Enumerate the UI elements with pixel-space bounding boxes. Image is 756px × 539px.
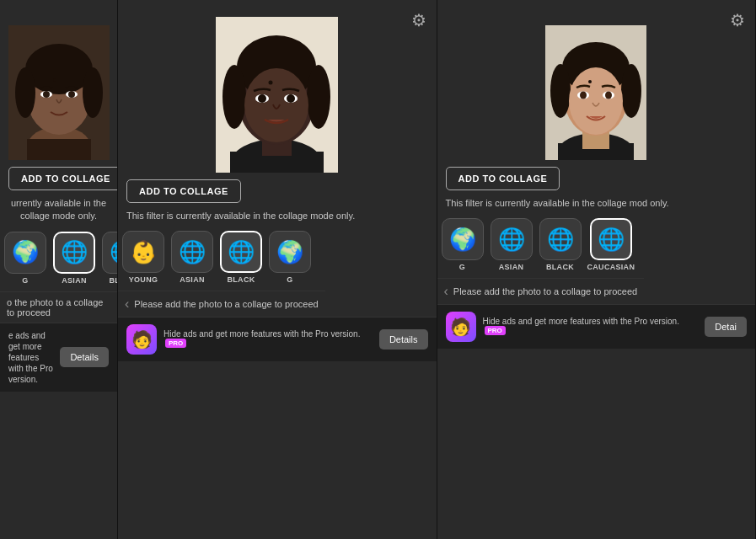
filter-text-3: This filter is currently available in th… bbox=[437, 197, 678, 218]
filter-item-caucasian-3[interactable]: 🌐 CAUCASIAN bbox=[587, 218, 635, 271]
filter-item-g-1[interactable]: 🌍 G bbox=[3, 232, 47, 285]
add-to-collage-btn-2[interactable]: ADD TO COLLAGE bbox=[126, 179, 241, 203]
svg-point-33 bbox=[550, 64, 571, 118]
svg-point-11 bbox=[68, 91, 75, 98]
svg-point-21 bbox=[244, 68, 308, 142]
svg-point-38 bbox=[580, 92, 587, 99]
details-btn-2[interactable]: Details bbox=[379, 329, 428, 350]
bottom-bar-2: 🧑 Hide ads and get more features with th… bbox=[118, 317, 437, 361]
proceed-text-1: o the photo to a collage to proceed bbox=[7, 297, 110, 318]
gear-icon-container-2: ⚙ bbox=[411, 10, 426, 30]
filter-item-young-2[interactable]: 👶 YOUNG bbox=[121, 231, 165, 284]
phone-panel-2: ⚙ bbox=[118, 0, 437, 539]
chevron-left-icon-3[interactable]: ‹ bbox=[444, 284, 448, 299]
bottom-bar-1: e ads and get more features with the Pro… bbox=[0, 323, 117, 392]
svg-point-39 bbox=[605, 92, 612, 99]
face-image-2 bbox=[216, 17, 338, 173]
pro-badge-3: PRO bbox=[485, 326, 506, 335]
proceed-text-2: Please add the photo to a collage to pro… bbox=[134, 299, 318, 309]
hide-ads-text-1: e ads and get more features with the Pro… bbox=[8, 330, 53, 385]
face-image-1 bbox=[8, 25, 110, 160]
svg-point-20 bbox=[307, 65, 330, 129]
filter-item-g-3[interactable]: 🌍 G bbox=[441, 218, 485, 271]
bottom-bar-3: 🧑 Hide ads and get more features with th… bbox=[437, 304, 756, 349]
filter-row-1: 🌍 G 🌐 ASIAN 🌐 BLACK 👶 D bbox=[0, 232, 117, 291]
svg-point-34 bbox=[621, 64, 641, 118]
app-icon-2: 🧑 bbox=[126, 324, 157, 355]
svg-point-25 bbox=[287, 94, 295, 103]
face-image-3 bbox=[545, 25, 646, 160]
gear-icon-container-3: ⚙ bbox=[730, 10, 745, 30]
panel-2-content: ADD TO COLLAGE This filter is currently … bbox=[118, 179, 437, 539]
phone-panel-1: ADD TO COLLAGE urrently available in the… bbox=[0, 0, 118, 539]
filter-item-asian-2[interactable]: 🌐 ASIAN bbox=[170, 231, 214, 284]
svg-point-26 bbox=[269, 81, 273, 85]
svg-point-5 bbox=[25, 44, 93, 94]
proceed-row-3: ‹ Please add the photo to a collage to p… bbox=[437, 278, 645, 304]
svg-point-7 bbox=[83, 67, 103, 118]
proceed-text-3: Please add the photo to a collage to pro… bbox=[453, 286, 637, 296]
filter-item-asian-3[interactable]: 🌐 ASIAN bbox=[490, 218, 533, 271]
app-icon-3: 🧑 bbox=[446, 312, 476, 342]
add-to-collage-btn-1[interactable]: ADD TO COLLAGE bbox=[8, 167, 117, 190]
hide-ads-text-2: Hide ads and get more features with the … bbox=[164, 328, 373, 351]
gear-icon-3[interactable]: ⚙ bbox=[730, 11, 745, 29]
details-btn-3[interactable]: Detai bbox=[705, 317, 747, 337]
svg-point-35 bbox=[569, 67, 623, 135]
hide-ads-text-3: Hide ads and get more features with the … bbox=[483, 316, 699, 339]
filter-item-asian-1[interactable]: 🌐 ASIAN bbox=[52, 232, 96, 285]
svg-point-12 bbox=[53, 78, 56, 82]
gear-icon-2[interactable]: ⚙ bbox=[411, 11, 426, 29]
filter-item-black-1[interactable]: 🌐 BLACK bbox=[101, 232, 117, 285]
filter-item-black-3[interactable]: 🌐 BLACK bbox=[539, 218, 582, 271]
filter-text-1: urrently available in the collage mode o… bbox=[0, 197, 117, 232]
svg-point-6 bbox=[15, 67, 35, 118]
filter-text-2: This filter is currently available in th… bbox=[118, 210, 363, 231]
panel-3-content: ADD TO COLLAGE This filter is currently … bbox=[437, 167, 756, 539]
svg-point-19 bbox=[223, 65, 246, 129]
phone-panel-3: ⚙ bbox=[437, 0, 757, 539]
filter-item-g-2[interactable]: 🌍 G bbox=[268, 231, 312, 284]
svg-point-24 bbox=[258, 94, 266, 103]
svg-rect-3 bbox=[27, 139, 91, 160]
pro-badge-2: PRO bbox=[165, 339, 186, 348]
panel-1-content: ADD TO COLLAGE urrently available in the… bbox=[0, 167, 117, 539]
chevron-left-icon-2[interactable]: ‹ bbox=[125, 296, 129, 312]
svg-point-10 bbox=[43, 91, 50, 98]
filter-row-2: 👶 YOUNG 🌐 ASIAN 🌐 BLACK 🌍 G bbox=[118, 231, 437, 291]
proceed-row-1: o the photo to a collage to proceed bbox=[0, 291, 117, 323]
proceed-row-2: ‹ Please add the photo to a collage to p… bbox=[118, 291, 325, 317]
details-btn-1[interactable]: Details bbox=[60, 347, 109, 367]
add-to-collage-btn-3[interactable]: ADD TO COLLAGE bbox=[446, 167, 560, 190]
filter-item-black-2[interactable]: 🌐 BLACK bbox=[219, 231, 263, 284]
filter-row-3: 🌍 G 🌐 ASIAN 🌐 BLACK 🌐 CAUCASIAN bbox=[437, 218, 756, 278]
svg-point-40 bbox=[588, 80, 592, 83]
